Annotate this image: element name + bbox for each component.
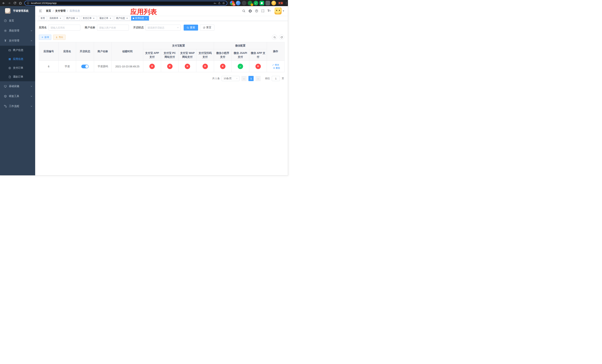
tab-label: 商户信息 [116, 17, 125, 20]
sidebar-item-refund-orders[interactable]: 退款订单 [0, 72, 35, 81]
tab-merchant-info[interactable]: 商户信息 [114, 16, 130, 21]
sidebar-item-merchant-info[interactable]: 商户信息 [0, 46, 35, 55]
export-button-label: 导出 [59, 36, 63, 39]
browser-forward-button[interactable] [7, 0, 12, 6]
share-icon[interactable] [218, 2, 221, 4]
page-size-select[interactable] [222, 76, 239, 81]
app-table: 应用编号 应用名 开启状态 商户名称 创建时间 支付宝配置 微信配置 操作 支付… [39, 42, 285, 72]
sidebar-item-app-info[interactable]: 应用信息 [0, 55, 35, 64]
tab-label: 支付订单 [83, 17, 92, 20]
close-tab-icon[interactable] [109, 17, 112, 20]
close-tab-icon[interactable] [76, 17, 78, 20]
user-menu[interactable] [275, 7, 284, 14]
close-tab-icon[interactable] [93, 17, 95, 20]
status-toggle[interactable] [81, 65, 89, 68]
add-button[interactable]: 新增 [39, 35, 51, 40]
user-avatar[interactable] [275, 7, 281, 14]
sidebar-item-label: 应用信息 [13, 57, 23, 61]
status-select-input[interactable] [146, 25, 181, 31]
extension-icon-6[interactable] [259, 1, 264, 5]
app-name-input[interactable] [49, 25, 80, 31]
close-tab-icon[interactable] [145, 17, 147, 20]
search-icon[interactable] [242, 9, 246, 13]
page-number-1[interactable]: 1 [248, 76, 254, 81]
edit-link[interactable]: 修改 [272, 63, 279, 66]
tab-home[interactable]: 首页 [39, 16, 47, 21]
cell-alipay-wap [179, 61, 196, 72]
extension-icon-7[interactable] [266, 1, 270, 5]
workflow-icon [4, 105, 7, 108]
sidebar-item-system[interactable]: 系统管理 [0, 26, 35, 36]
cell-wx-mini [214, 61, 232, 72]
search-button[interactable]: 搜索 [184, 25, 198, 31]
bookmark-star-icon[interactable] [222, 2, 225, 5]
check-icon: ✓ [255, 2, 257, 4]
close-tab-icon[interactable] [59, 17, 62, 20]
chat-bubble-icon [261, 2, 263, 4]
tab-user-group[interactable]: 用户分组 [64, 16, 80, 21]
fullscreen-icon[interactable] [261, 9, 265, 13]
url-bar[interactable]: localhost:1024/pay/app [24, 1, 227, 6]
refresh-table-button[interactable] [279, 35, 284, 40]
extension-icon-5[interactable]: ✓ [254, 1, 258, 5]
tab-process-form[interactable]: 流程表单 [48, 16, 63, 21]
password-key-icon[interactable] [214, 2, 216, 5]
prev-page-button[interactable] [241, 76, 247, 81]
close-tab-icon[interactable] [126, 17, 128, 20]
browser-update-button[interactable]: 更新 [278, 1, 283, 5]
merchant-name-input[interactable] [97, 25, 129, 31]
url-text: localhost:1024/pay/app [31, 2, 212, 4]
sidebar-item-pay-orders[interactable]: 支付订单 [0, 64, 35, 72]
table-toolbar: 新增 导出 [39, 35, 284, 40]
sidebar-item-infrastructure[interactable]: 基础设施 [0, 81, 35, 91]
delete-link-label: 删除 [276, 66, 280, 70]
page-title-annotation: 应用列表 [130, 7, 157, 16]
tab-app-info[interactable]: 应用信息 [131, 16, 149, 21]
chevron-down-icon [30, 30, 32, 32]
pagination: 共 1 条 1 前往 页 [39, 76, 284, 81]
sidebar-item-label: 基础设施 [9, 85, 19, 88]
browser-menu-icon[interactable] [285, 1, 288, 5]
next-page-button[interactable] [256, 76, 261, 81]
sidebar-item-payment[interactable]: ¥ 支付管理 [0, 36, 35, 46]
status-cross-icon [167, 64, 172, 69]
col-header-merchant: 商户名称 [94, 42, 112, 61]
browser-home-button[interactable] [18, 0, 23, 6]
browser-toolbar: localhost:1024/pay/app 10 1 [0, 0, 288, 6]
github-icon[interactable] [248, 9, 252, 13]
delete-link[interactable]: 删除 [273, 66, 280, 70]
sidebar-item-home[interactable]: 首页 [0, 16, 35, 26]
breadcrumb-home[interactable]: 首页 [46, 9, 51, 13]
tab-label: 应用信息 [135, 17, 144, 20]
help-icon[interactable] [255, 9, 258, 13]
site-info-icon[interactable] [27, 2, 29, 4]
table-row: 6 芋道 芋道源码 2021-10-23 08:49:25 [39, 61, 285, 72]
status-cross-icon [256, 64, 261, 69]
col-header-app-name: 应用名 [58, 42, 76, 61]
extension-icon-4[interactable]: 1 [248, 1, 252, 5]
browser-reload-button[interactable] [12, 0, 17, 6]
browser-back-button[interactable] [1, 0, 6, 6]
toggle-search-button[interactable] [272, 35, 277, 40]
sidebar-toggle-icon[interactable] [38, 8, 43, 14]
app-name-label: 应用名 [39, 26, 47, 29]
extension-icon-2[interactable] [236, 1, 240, 5]
reset-button[interactable]: 重置 [200, 25, 214, 31]
sidebar-item-workflow[interactable]: 工作流程 [0, 101, 35, 111]
filter-form: 应用名 商户名称 开启状态 搜索 [39, 25, 284, 31]
breadcrumb-payment[interactable]: 支付管理 [55, 9, 65, 13]
tab-refund-orders[interactable]: 退款订单 [98, 16, 113, 21]
col-header-created: 创建时间 [112, 42, 143, 61]
chevron-down-icon [30, 85, 32, 87]
status-select[interactable] [146, 25, 181, 31]
extension-icon-1[interactable]: 10 [230, 1, 235, 5]
sidebar-item-dev-tools[interactable]: 研发工具 [0, 91, 35, 101]
page-size-value[interactable] [222, 76, 239, 81]
goto-page-input[interactable] [272, 76, 280, 81]
extension-icon-3[interactable] [242, 1, 246, 5]
tags-view: 首页 流程表单 用户分组 支付订单 退款订单 [35, 16, 288, 21]
tab-pay-orders[interactable]: 支付订单 [81, 16, 97, 21]
extension-icon-8[interactable] [271, 1, 276, 5]
font-size-icon[interactable]: TT [268, 9, 270, 13]
export-button[interactable]: 导出 [53, 35, 65, 40]
